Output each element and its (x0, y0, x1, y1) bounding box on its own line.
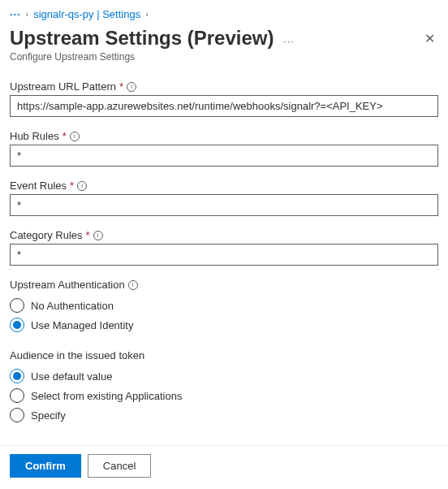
more-icon[interactable]: ··· (283, 35, 295, 47)
required-indicator: * (119, 80, 123, 93)
breadcrumb: ··· › signalr-qs-py | Settings › (10, 8, 438, 20)
audience-option-select[interactable]: Select from existing Applications (10, 386, 438, 405)
audience-option-specify-label: Specify (31, 409, 66, 422)
info-icon[interactable]: i (93, 231, 103, 240)
hub-rules-label: Hub Rules (10, 130, 59, 142)
category-rules-input[interactable] (10, 244, 438, 266)
breadcrumb-link[interactable]: signalr-qs-py | Settings (33, 8, 140, 20)
audience-option-select-label: Select from existing Applications (31, 390, 182, 402)
audience-option-default[interactable]: Use default value (10, 366, 438, 386)
breadcrumb-ellipsis[interactable]: ··· (10, 8, 21, 20)
chevron-right-icon: › (26, 10, 28, 19)
audience-option-default-label: Use default value (31, 370, 112, 383)
audience-section-label: Audience in the issued token (10, 349, 144, 361)
info-icon[interactable]: i (128, 280, 138, 290)
page-subtitle: Configure Upstream Settings (10, 51, 438, 63)
info-icon[interactable]: i (127, 82, 136, 92)
auth-option-managed-label: Use Managed Identity (31, 319, 133, 331)
page-title: Upstream Settings (Preview) (10, 27, 274, 49)
close-button[interactable]: ✕ (421, 28, 438, 50)
audience-option-specify[interactable]: Specify (10, 405, 438, 425)
info-icon[interactable]: i (77, 181, 87, 191)
radio-icon (10, 369, 24, 383)
auth-option-managed[interactable]: Use Managed Identity (10, 315, 438, 335)
radio-icon (10, 388, 24, 403)
footer: Confirm Cancel (0, 445, 448, 489)
cancel-button[interactable]: Cancel (88, 454, 151, 478)
auth-option-none[interactable]: No Authentication (10, 296, 438, 315)
auth-section-label: Upstream Authentication (10, 279, 125, 291)
url-pattern-label: Upstream URL Pattern (10, 80, 116, 93)
radio-icon (10, 408, 24, 422)
event-rules-input[interactable] (10, 194, 438, 216)
chevron-right-icon: › (145, 10, 148, 19)
radio-icon (10, 318, 24, 332)
info-icon[interactable]: i (70, 132, 80, 141)
category-rules-label: Category Rules (10, 229, 83, 241)
required-indicator: * (86, 229, 90, 241)
hub-rules-input[interactable] (10, 145, 438, 167)
required-indicator: * (62, 130, 67, 142)
url-pattern-input[interactable] (10, 95, 438, 117)
required-indicator: * (70, 180, 74, 192)
confirm-button[interactable]: Confirm (10, 454, 81, 478)
event-rules-label: Event Rules (10, 180, 67, 192)
radio-icon (10, 298, 24, 313)
auth-option-none-label: No Authentication (31, 300, 114, 312)
